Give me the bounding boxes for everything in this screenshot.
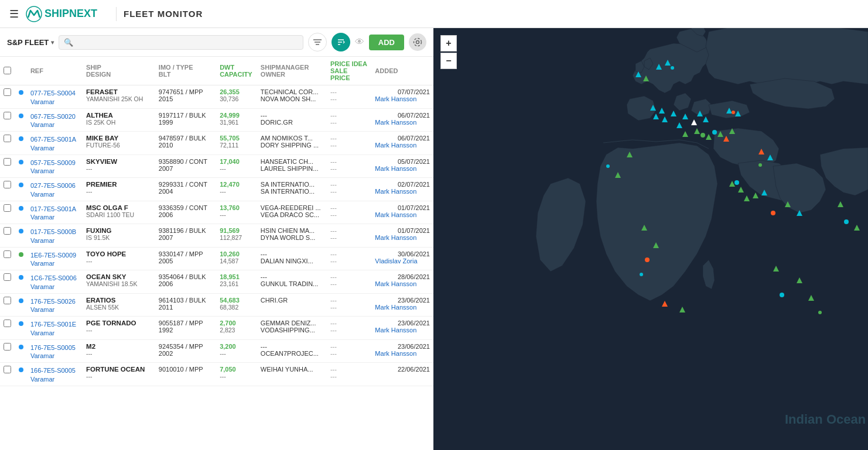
ref-company-link[interactable]: Varamar: [30, 121, 54, 128]
row-checkbox[interactable]: [4, 204, 11, 212]
owner-name: LAUREL SHIPPIN...: [261, 165, 323, 172]
row-checkbox[interactable]: [4, 135, 11, 142]
ship-name: FORTUNE OCEAN: [86, 366, 152, 373]
row-checkbox[interactable]: [4, 273, 11, 281]
ship-marker[interactable]: [758, 163, 762, 167]
ship-name: ALTHEA: [86, 112, 152, 119]
zoom-out-button[interactable]: −: [440, 53, 457, 69]
added-by-link[interactable]: Mark Hansson: [375, 142, 416, 149]
sale-price: ---: [330, 142, 368, 149]
row-ship-cell: ALTHEA IS 25K OH: [83, 108, 155, 132]
row-price-cell: --- ---: [327, 293, 371, 317]
capacity-value: 112,827: [220, 234, 254, 241]
added-by-link[interactable]: Mark Hansson: [375, 280, 416, 287]
sale-price: ---: [330, 327, 368, 334]
row-checkbox[interactable]: [4, 181, 11, 188]
ship-marker[interactable]: [712, 130, 717, 135]
sort-button[interactable]: [332, 33, 350, 51]
added-date: 30/06/2021: [375, 250, 430, 257]
sale-price: ---: [330, 280, 368, 287]
capacity-value: 23,161: [220, 280, 254, 287]
ship-marker[interactable]: [844, 219, 849, 224]
blt-value: 2015: [159, 95, 213, 102]
capacity-value: 72,111: [220, 142, 254, 149]
row-mgr-cell: --- OCEAN7PROJEC...: [257, 339, 327, 363]
ref-id: 1C6-7E5-S0006: [30, 273, 79, 283]
ref-company-link[interactable]: Varamar: [30, 167, 54, 174]
added-by-link[interactable]: Vladislav Zoria: [375, 257, 417, 264]
col-ref-header: REF: [27, 57, 83, 85]
row-ship-cell: FORTUNE OCEAN ---: [83, 363, 155, 386]
world-map: Indian Ocean: [433, 28, 868, 450]
search-input[interactable]: [73, 38, 298, 47]
add-button[interactable]: ADD: [369, 35, 404, 50]
imo-value: 9358890 / CONT: [159, 158, 213, 165]
zoom-in-button[interactable]: +: [440, 35, 457, 51]
dwt-value: 7,050: [220, 366, 254, 373]
ref-company-link[interactable]: Varamar: [30, 237, 54, 244]
added-by-link[interactable]: Mark Hansson: [375, 234, 416, 241]
row-checkbox[interactable]: [4, 227, 11, 235]
logo-text: SHIPNEXT: [45, 8, 97, 20]
ship-marker[interactable]: [780, 293, 784, 297]
added-by-link[interactable]: Mark Hansson: [375, 95, 416, 102]
row-ref-cell: 017-7E5-S000B Varamar: [27, 224, 83, 248]
row-checkbox[interactable]: [4, 88, 11, 96]
hamburger-icon[interactable]: ☰: [9, 8, 19, 20]
row-checkbox[interactable]: [4, 366, 11, 373]
row-checkbox[interactable]: [4, 250, 11, 258]
ship-marker[interactable]: [818, 311, 822, 314]
ship-marker[interactable]: [606, 164, 610, 168]
added-by-link[interactable]: Mark Hansson: [375, 350, 416, 357]
row-checkbox-cell: [0, 270, 15, 294]
row-checkbox[interactable]: [4, 297, 11, 304]
added-by-link[interactable]: Mark Hansson: [375, 119, 416, 126]
ref-company-link[interactable]: Varamar: [30, 98, 54, 105]
select-all-checkbox[interactable]: [4, 67, 11, 74]
status-dot: [19, 252, 23, 257]
logo: SHIPNEXT: [26, 6, 97, 22]
added-by-link[interactable]: Mark Hansson: [375, 165, 416, 172]
row-dwt-cell: 26,355 30,736: [216, 85, 257, 109]
ref-company-link[interactable]: Varamar: [30, 376, 54, 383]
ship-marker[interactable]: [732, 111, 735, 114]
visibility-icon[interactable]: 👁: [355, 37, 364, 47]
added-by-link[interactable]: Mark Hansson: [375, 304, 416, 311]
sale-price: ---: [330, 257, 368, 264]
ship-type: YAMANISHI 25K OH: [86, 95, 152, 102]
status-dot: [19, 183, 23, 187]
ref-company-link[interactable]: Varamar: [30, 352, 54, 359]
row-dot-cell: [15, 317, 27, 340]
added-date: 02/07/2021: [375, 181, 430, 188]
row-checkbox[interactable]: [4, 343, 11, 351]
ship-marker[interactable]: [671, 66, 674, 70]
ref-company-link[interactable]: Varamar: [30, 283, 54, 290]
ref-company-link[interactable]: Varamar: [30, 329, 54, 336]
fleet-selector[interactable]: S&P FLEET ▾: [7, 38, 54, 47]
col-ship-header: SHIPDESIGN: [83, 57, 155, 85]
ship-marker[interactable]: [645, 257, 650, 262]
row-checkbox[interactable]: [4, 112, 11, 119]
ref-id: 067-7E5-S0020: [30, 112, 79, 122]
row-checkbox[interactable]: [4, 158, 11, 166]
settings-button[interactable]: [409, 33, 426, 51]
ship-marker[interactable]: [640, 273, 643, 276]
added-by-link[interactable]: Mark Hansson: [375, 327, 416, 334]
row-ref-cell: 077-7E5-S0004 Varamar: [27, 85, 83, 109]
added-by-link[interactable]: Mark Hansson: [375, 188, 416, 195]
ship-marker[interactable]: [771, 211, 775, 215]
ref-company-link[interactable]: Varamar: [30, 191, 54, 198]
filter-button[interactable]: [308, 33, 327, 51]
ref-company-link[interactable]: Varamar: [30, 306, 54, 313]
ref-company-link[interactable]: Varamar: [30, 260, 54, 267]
row-dot-cell: [15, 178, 27, 201]
row-checkbox[interactable]: [4, 320, 11, 327]
blt-value: 1999: [159, 119, 213, 126]
ship-marker[interactable]: [700, 133, 705, 138]
ref-company-link[interactable]: Varamar: [30, 214, 54, 221]
added-by-link[interactable]: Mark Hansson: [375, 211, 416, 218]
search-box: 🔍: [59, 35, 303, 50]
ship-marker[interactable]: [734, 180, 739, 185]
ref-company-link[interactable]: Varamar: [30, 145, 54, 152]
table-row: 1E6-7E5-S0009 Varamar TOYO HOPE --- 9330…: [0, 247, 433, 270]
